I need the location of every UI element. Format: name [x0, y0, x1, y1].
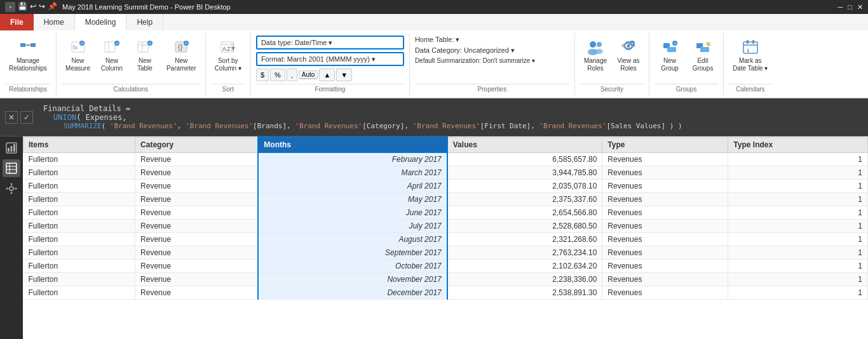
side-nav — [0, 136, 23, 339]
new-parameter-button[interactable]: {}+ NewParameter — [163, 36, 200, 75]
data-table-wrapper[interactable]: Items Category Months Values Type Type I… — [23, 136, 868, 339]
cell-values: 2,238,336.00 — [447, 273, 602, 286]
col-header-type-index[interactable]: Type Index — [728, 137, 868, 152]
cell-typeIndex: 1 — [728, 152, 868, 166]
svg-rect-40 — [700, 47, 709, 52]
cell-months: June 2017 — [258, 206, 447, 220]
redo-icon[interactable]: ↪ — [39, 2, 45, 12]
currency-btn[interactable]: $ — [256, 69, 269, 81]
minimize-btn[interactable]: ─ — [838, 3, 843, 11]
decrease-decimal-btn[interactable]: ▼ — [336, 69, 352, 81]
new-table-button[interactable]: + NewTable — [130, 36, 160, 75]
sort-by-column-label: Sort byColumn ▾ — [215, 57, 241, 72]
svg-text:A: A — [222, 46, 226, 52]
format-dropdown[interactable]: Format: March 2001 (MMMM yyyy) ▾ — [256, 52, 404, 66]
svg-text:+: + — [185, 41, 187, 46]
new-measure-button[interactable]: fx+ NewMeasure — [62, 36, 94, 75]
new-measure-icon: fx+ — [69, 38, 87, 56]
cell-typeIndex: 1 — [728, 220, 868, 233]
cell-values: 2,102,634.20 — [447, 260, 602, 273]
close-btn[interactable]: ✕ — [857, 3, 863, 11]
cell-category: Revenue — [135, 193, 259, 206]
formula-summarize-keyword: SUMMARIZE — [64, 122, 102, 130]
sort-group-label: Sort — [211, 84, 245, 93]
manage-roles-button[interactable]: ManageRoles — [580, 36, 611, 75]
cell-months: February 2017 — [258, 152, 447, 166]
home-table-label[interactable]: Home Table: ▾ — [415, 36, 460, 44]
svg-text:fx: fx — [73, 44, 78, 51]
cell-category: Revenue — [135, 206, 259, 220]
sort-by-column-button[interactable]: AZ Sort byColumn ▾ — [211, 36, 245, 75]
svg-text:+: + — [674, 41, 676, 46]
new-column-label: NewColumn — [101, 57, 123, 72]
undo-icon[interactable]: ↩ — [30, 2, 36, 12]
cell-typeIndex: 1 — [728, 246, 868, 260]
sort-by-column-icon: AZ — [219, 38, 237, 56]
formula-cancel-btn[interactable]: ✕ — [5, 111, 18, 124]
cell-months: May 2017 — [258, 193, 447, 206]
col-header-months[interactable]: Months — [258, 137, 447, 152]
mark-as-date-table-button[interactable]: 1 Mark asDate Table ▾ — [729, 36, 771, 75]
default-summarization-label[interactable]: Default Summarization: Don't summarize ▾ — [415, 57, 535, 64]
formula-confirm-btn[interactable]: ✓ — [20, 111, 33, 124]
svg-rect-1 — [31, 43, 36, 47]
svg-rect-0 — [20, 43, 25, 47]
cell-items: Fullerton — [24, 180, 135, 193]
view-as-roles-label: View asRoles — [618, 57, 640, 72]
col-header-type[interactable]: Type — [602, 137, 728, 152]
col-header-values[interactable]: Values — [447, 137, 602, 152]
formula-content[interactable]: Financial Details = UNION( Expenses, SUM… — [38, 98, 868, 136]
menu-tabs: Home Modeling Help — [34, 14, 868, 30]
tab-home[interactable]: Home — [34, 14, 75, 30]
cell-type: Revenues — [602, 233, 728, 246]
ribbon-group-properties: Home Table: ▾ Data Category: Uncategoriz… — [410, 33, 575, 95]
manage-relationships-icon — [19, 38, 37, 56]
data-category-label[interactable]: Data Category: Uncategorized ▾ — [415, 46, 515, 55]
cell-values: 2,035,078.10 — [447, 180, 602, 193]
cell-typeIndex: 1 — [728, 193, 868, 206]
manage-relationships-button[interactable]: ManageRelationships — [5, 36, 51, 75]
pin-icon[interactable]: 📌 — [48, 2, 57, 12]
cell-type: Revenues — [602, 273, 728, 286]
table-row: FullertonRevenueAugust 20172,321,268.60R… — [24, 233, 868, 246]
col-header-items[interactable]: Items — [24, 137, 135, 152]
percent-btn[interactable]: % — [270, 69, 285, 81]
new-group-button[interactable]: + NewGroup — [654, 36, 685, 75]
svg-text:+: + — [631, 41, 634, 46]
save-icon[interactable]: 💾 — [18, 2, 27, 12]
svg-rect-45 — [752, 40, 754, 44]
table-row: FullertonRevenueNovember 20172,238,336.0… — [24, 273, 868, 286]
edit-groups-button[interactable]: ✎ EditGroups — [688, 36, 718, 75]
new-parameter-icon: {}+ — [172, 38, 190, 56]
file-menu[interactable]: File — [0, 14, 34, 30]
cell-typeIndex: 1 — [728, 233, 868, 246]
col-header-category[interactable]: Category — [135, 137, 259, 152]
cell-type: Revenues — [602, 220, 728, 233]
nav-data-btn[interactable] — [3, 159, 20, 177]
cell-months: November 2017 — [258, 273, 447, 286]
table-row: FullertonRevenueFebruary 20176,585,657.8… — [24, 152, 868, 166]
title-bar-icons: ▪ 💾 ↩ ↪ 📌 — [5, 2, 57, 12]
security-group-label: Security — [580, 84, 644, 93]
new-column-button[interactable]: + NewColumn — [97, 36, 127, 75]
increase-decimal-btn[interactable]: ▲ — [319, 69, 335, 81]
new-group-label: NewGroup — [661, 57, 679, 72]
table-row: FullertonRevenueOctober 20172,102,634.20… — [24, 260, 868, 273]
table-header-row: Items Category Months Values Type Type I… — [24, 137, 868, 152]
relationships-group-label: Relationships — [5, 84, 51, 93]
cell-months: October 2017 — [258, 260, 447, 273]
tab-help[interactable]: Help — [126, 14, 163, 30]
svg-text:+: + — [116, 41, 118, 46]
edit-groups-label: EditGroups — [693, 57, 714, 72]
format-label: Format: March 2001 (MMMM yyyy) ▾ — [261, 55, 376, 63]
nav-model-btn[interactable] — [3, 180, 20, 197]
data-table: Items Category Months Values Type Type I… — [23, 136, 868, 300]
maximize-btn[interactable]: □ — [848, 3, 852, 11]
nav-report-btn[interactable] — [3, 139, 20, 157]
view-as-roles-button[interactable]: + View asRoles — [613, 36, 644, 75]
tab-modeling[interactable]: Modeling — [75, 14, 127, 30]
data-type-dropdown[interactable]: Data type: Date/Time ▾ — [256, 36, 404, 50]
comma-btn[interactable]: , — [287, 69, 297, 81]
svg-point-32 — [627, 44, 630, 48]
cell-values: 3,944,785.80 — [447, 166, 602, 180]
